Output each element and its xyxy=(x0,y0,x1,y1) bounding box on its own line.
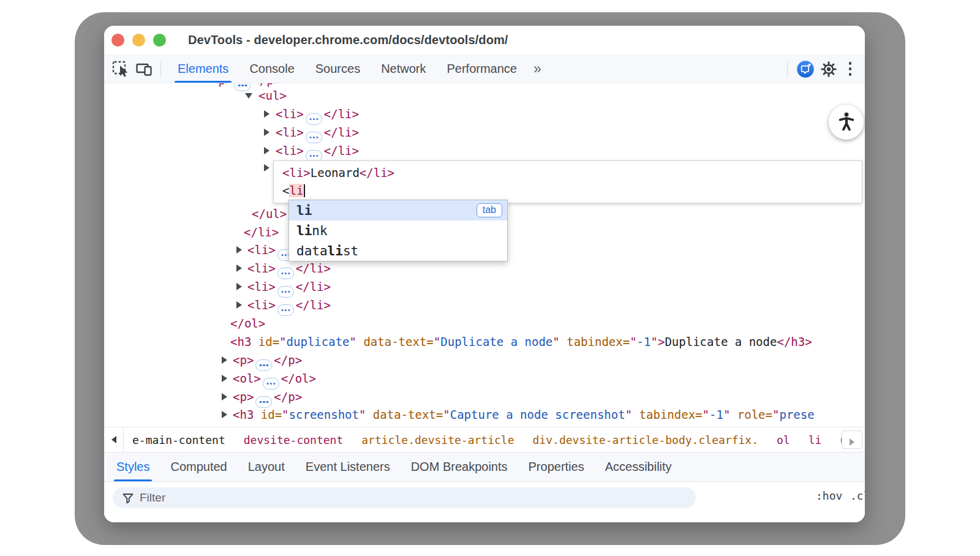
dom-tree-row[interactable]: <ul> xyxy=(104,86,865,105)
code-token: Duplicate a node xyxy=(665,335,777,348)
element-classes-toggle[interactable]: .cls xyxy=(850,489,865,502)
overflow-menu-icon[interactable] xyxy=(845,62,856,76)
breadcrumb-item[interactable]: div.devsite-article-body.clearfix. xyxy=(530,431,761,449)
edit-box-line[interactable]: <li xyxy=(282,182,862,200)
collapse-triangle-icon[interactable] xyxy=(245,93,252,99)
devtools-toolbar: ElementsConsoleSourcesNetworkPerformance… xyxy=(104,55,865,83)
autocomplete-item[interactable]: link xyxy=(289,220,507,241)
expand-triangle-icon[interactable] xyxy=(222,375,227,382)
dom-tree-row[interactable]: <h3 id="screenshot" data-text="Capture a… xyxy=(104,405,865,424)
code-token: <h3 xyxy=(233,408,254,421)
settings-gear-icon[interactable] xyxy=(820,60,838,78)
breadcrumb-scroll-right-icon[interactable] xyxy=(842,430,862,449)
dom-tree-row[interactable]: <p></p> xyxy=(104,388,865,406)
dom-tree-row[interactable]: <li></li> xyxy=(104,259,865,277)
expand-triangle-icon[interactable] xyxy=(236,246,242,254)
code-token: data-text xyxy=(356,335,426,348)
dom-tree-row[interactable]: <h3 id="duplicate" data-text="Duplicate … xyxy=(104,332,865,351)
code-token: <p> xyxy=(233,390,254,404)
code-token: </p> xyxy=(274,390,302,404)
expand-triangle-icon[interactable] xyxy=(236,265,242,272)
inspect-icon[interactable] xyxy=(111,60,130,78)
zoom-button[interactable] xyxy=(153,34,166,47)
dom-node-text: </ul> xyxy=(252,205,287,223)
dom-node-text: <ol></ol> xyxy=(233,369,316,389)
code-token: </ol> xyxy=(281,372,316,385)
device-toolbar-icon[interactable] xyxy=(135,60,153,78)
autocomplete-item[interactable]: datalist xyxy=(289,241,507,261)
dom-edit-box[interactable]: <li>Leonard</li><li xyxy=(273,160,862,203)
more-tabs-icon[interactable]: » xyxy=(527,61,548,77)
dom-node-text: <h3 id="duplicate" data-text="Duplicate … xyxy=(230,332,812,351)
tab-event-listeners[interactable]: Event Listeners xyxy=(295,453,401,481)
dom-tree-row[interactable]: <li></li> xyxy=(104,296,865,314)
edit-box-line[interactable]: <li>Leonard</li> xyxy=(282,164,862,182)
dom-tree-row[interactable]: <p></p> xyxy=(104,351,865,369)
code-token: <li> xyxy=(247,280,276,293)
breadcrumb-scroll-left-icon[interactable] xyxy=(104,427,124,452)
autocomplete-item-text: li xyxy=(296,224,312,238)
autocomplete-item-text: li xyxy=(328,244,343,258)
dom-tree-row[interactable]: <li></li> xyxy=(104,123,865,141)
dom-node-text: <li></li> xyxy=(247,277,331,298)
code-token: <li> xyxy=(247,261,276,275)
expand-triangle-icon[interactable] xyxy=(264,129,270,136)
code-token: </ol> xyxy=(230,317,265,330)
code-token: < xyxy=(282,184,289,197)
dom-tree-row[interactable]: <li></li> xyxy=(104,141,865,160)
tab-performance[interactable]: Performance xyxy=(437,55,528,83)
elements-panel: <p></p><ul><li></li><li></li><li></li></… xyxy=(104,26,865,427)
minimize-button[interactable] xyxy=(132,34,145,47)
breadcrumb-item[interactable]: ol xyxy=(774,431,793,449)
dom-tree-row[interactable]: <ol></ol> xyxy=(104,369,865,388)
tab-network[interactable]: Network xyxy=(371,55,436,83)
autocomplete-item-text: st xyxy=(343,244,358,258)
breadcrumb-item[interactable]: e-main-content xyxy=(129,431,228,449)
tab-dom-breakpoints[interactable]: DOM Breakpoints xyxy=(401,453,518,481)
expand-triangle-icon[interactable] xyxy=(236,301,242,309)
breadcrumb-item[interactable]: devsite-content xyxy=(241,431,347,449)
code-token: " xyxy=(703,408,709,421)
toolbar-divider-right xyxy=(787,61,788,77)
expand-triangle-icon[interactable] xyxy=(264,147,270,154)
tab-elements[interactable]: Elements xyxy=(167,55,239,83)
traffic-lights xyxy=(104,34,166,47)
code-token: </ul> xyxy=(252,207,287,220)
expand-triangle-icon[interactable] xyxy=(236,283,242,290)
expand-triangle-icon[interactable] xyxy=(222,393,227,400)
tab-styles[interactable]: Styles xyxy=(106,453,160,481)
dom-node-text: </li> xyxy=(244,223,279,241)
code-token: " xyxy=(552,335,559,348)
code-token: <li> xyxy=(247,298,276,312)
code-token: -1 xyxy=(637,335,651,348)
styles-toolbar: :hov .cls + xyxy=(104,481,865,522)
breadcrumb-bar: e-main-contentdevsite-contentarticle.dev… xyxy=(104,427,865,452)
expand-triangle-icon[interactable] xyxy=(264,164,270,171)
tab-sources[interactable]: Sources xyxy=(305,55,371,83)
tab-properties[interactable]: Properties xyxy=(518,453,595,481)
code-token: <h3 xyxy=(230,335,251,348)
pseudo-state-toggle[interactable]: :hov xyxy=(816,489,842,502)
autocomplete-item[interactable]: litab xyxy=(289,200,507,220)
tab-layout[interactable]: Layout xyxy=(238,453,295,481)
code-token: " xyxy=(772,408,779,421)
code-token: id xyxy=(254,408,274,421)
breadcrumb-item[interactable]: article.devsite-article xyxy=(358,431,517,449)
dom-tree-row[interactable]: <li></li> xyxy=(104,105,865,123)
ai-assistant-icon[interactable] xyxy=(796,60,815,78)
close-button[interactable] xyxy=(111,34,124,47)
code-token: <li> xyxy=(276,126,304,139)
dom-node-text: </ol> xyxy=(230,314,265,332)
expand-triangle-icon[interactable] xyxy=(222,356,227,364)
code-token: </p> xyxy=(274,353,302,367)
breadcrumb-item[interactable]: li xyxy=(805,431,825,449)
expand-triangle-icon[interactable] xyxy=(222,411,227,418)
styles-filter-input[interactable] xyxy=(113,487,696,508)
dom-tree-row[interactable]: <li></li> xyxy=(104,277,865,296)
dom-tree-row[interactable]: </ol> xyxy=(104,314,865,332)
tab-accessibility[interactable]: Accessibility xyxy=(595,453,682,481)
tab-computed[interactable]: Computed xyxy=(160,453,237,481)
tab-console[interactable]: Console xyxy=(239,55,304,83)
accessibility-overlay-button[interactable] xyxy=(829,105,864,140)
expand-triangle-icon[interactable] xyxy=(264,110,270,118)
